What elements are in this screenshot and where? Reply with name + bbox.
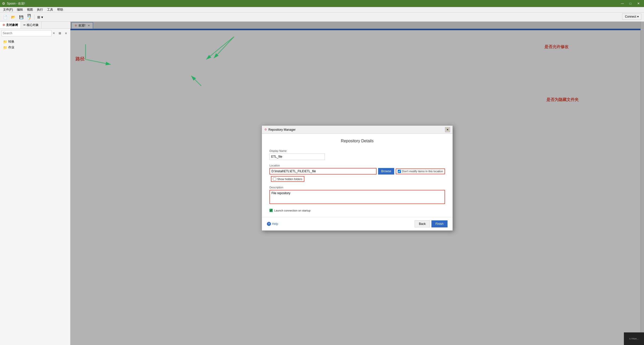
maximize-button[interactable]: □ [627, 1, 634, 6]
title-bar: ⚙ Spoon - 欢迎! — □ ✕ [0, 0, 644, 7]
tree-item-job[interactable]: 📁 作业 [1, 45, 69, 50]
app-title: Spoon - 欢迎! [7, 2, 25, 6]
tree-area: 📁 转换 📁 作业 [0, 38, 70, 345]
dialog-content: Repository Details Display Name Location… [262, 134, 453, 217]
location-input[interactable] [269, 168, 377, 175]
tree-item-transform[interactable]: 📁 转换 [1, 39, 69, 45]
sidebar-tabs: ⚙ 主对象树 ✏ 核心对象 [0, 22, 70, 29]
search-input[interactable] [2, 30, 52, 36]
toolbar-new-button[interactable]: 📄 [2, 14, 9, 21]
show-hidden-checkbox-container: Show hidden folders [271, 176, 304, 182]
menu-file[interactable]: 文件(F) [1, 7, 15, 12]
content-area: ⚙ 欢迎! ✕ ⚙ Repository Manager ✕ Reposit [70, 22, 644, 345]
dont-modify-checkbox-container: Don't modify items in this location [396, 168, 445, 174]
sidebar-tab-main[interactable]: ⚙ 主对象树 [0, 22, 21, 28]
repository-manager-dialog: ⚙ Repository Manager ✕ Repository Detail… [262, 125, 453, 231]
toolbar-open-button[interactable]: 📂 [10, 14, 17, 21]
dont-modify-label: Don't modify items in this location [402, 170, 443, 173]
back-button[interactable]: Back [415, 220, 430, 227]
display-name-label: Display Name [269, 149, 445, 152]
connect-button[interactable]: Connect ▾ [622, 14, 641, 20]
dialog-title-text: Repository Manager [268, 128, 296, 131]
menu-edit[interactable]: 编辑 [15, 7, 25, 12]
menu-tools[interactable]: 工具 [45, 7, 55, 12]
view-toggles: ⊞ ≡ [57, 30, 69, 36]
sidebar: ⚙ 主对象树 ✏ 核心对象 ✕ ⊞ ≡ 📁 转换 📁 [0, 22, 70, 345]
display-name-group: Display Name [269, 149, 445, 160]
show-hidden-label: Show hidden folders [277, 178, 302, 181]
connect-label: Connect [625, 15, 636, 18]
description-textarea[interactable]: File repository [269, 190, 445, 204]
menu-view[interactable]: 视图 [25, 7, 35, 12]
app-icon: ⚙ [2, 2, 5, 6]
location-group: Location Browse Don't modify items in th… [269, 164, 445, 182]
main-layout: ⚙ 主对象树 ✏ 核心对象 ✕ ⊞ ≡ 📁 转换 📁 [0, 22, 644, 345]
dialog-title-left: ⚙ Repository Manager [264, 128, 296, 131]
location-label: Location [269, 164, 445, 167]
toolbar-separator [34, 15, 34, 20]
toolbar-layer-button[interactable]: ⊞ ▾ [36, 14, 44, 21]
menu-run[interactable]: 执行 [35, 7, 45, 12]
tree-item-job-label: 作业 [8, 45, 14, 50]
view-grid-button[interactable]: ⊞ [57, 30, 63, 36]
help-label: Help [272, 222, 278, 226]
folder-icon-transform: 📁 [3, 40, 7, 44]
launch-label: Launch connection on startup [274, 209, 310, 212]
tree-item-transform-label: 转换 [8, 40, 14, 44]
sidebar-tab-main-icon: ⚙ [3, 23, 5, 27]
launch-row: Launch connection on startup [269, 209, 445, 212]
help-icon: ? [267, 222, 271, 226]
toolbar-save-button[interactable]: 💾 [18, 14, 25, 21]
toolbar: 📄 📂 💾 💾📝 ⊞ ▾ Connect ▾ [0, 13, 644, 22]
footer-buttons: Back Finish [415, 220, 448, 227]
title-bar-left: ⚙ Spoon - 欢迎! [2, 2, 25, 6]
dialog-title-icon: ⚙ [264, 128, 267, 131]
sidebar-tab-core[interactable]: ✏ 核心对象 [21, 22, 42, 28]
dialog-title-bar: ⚙ Repository Manager ✕ [262, 126, 453, 134]
display-name-input[interactable] [269, 153, 325, 160]
title-bar-controls: — □ ✕ [619, 1, 642, 6]
folder-icon-job: 📁 [3, 46, 7, 50]
search-bar: ✕ ⊞ ≡ [0, 29, 70, 38]
sidebar-tab-core-icon: ✏ [23, 23, 26, 27]
sidebar-tab-main-label: 主对象树 [6, 23, 18, 27]
show-hidden-checkbox[interactable] [273, 177, 276, 181]
close-button[interactable]: ✕ [635, 1, 642, 6]
sidebar-tab-core-label: 核心对象 [27, 23, 39, 27]
view-list-button[interactable]: ≡ [63, 30, 69, 36]
description-group: Description File repository [269, 186, 445, 205]
menu-bar: 文件(F) 编辑 视图 执行 工具 帮助 [0, 7, 644, 13]
dialog-footer: ? Help Back Finish [262, 217, 453, 230]
search-clear-icon[interactable]: ✕ [53, 31, 55, 35]
help-link[interactable]: ? Help [267, 222, 278, 226]
description-label: Description [269, 186, 445, 189]
finish-button[interactable]: Finish [431, 220, 448, 227]
browse-button[interactable]: Browse [378, 168, 394, 175]
connect-chevron-icon: ▾ [637, 15, 639, 18]
launch-checkbox[interactable] [269, 209, 273, 212]
dialog-close-button[interactable]: ✕ [445, 127, 450, 132]
toolbar-save-as-button[interactable]: 💾📝 [26, 14, 33, 21]
dialog-heading: Repository Details [269, 139, 445, 143]
minimize-button[interactable]: — [619, 1, 626, 6]
dont-modify-checkbox[interactable] [398, 170, 401, 173]
menu-help[interactable]: 帮助 [55, 7, 65, 12]
